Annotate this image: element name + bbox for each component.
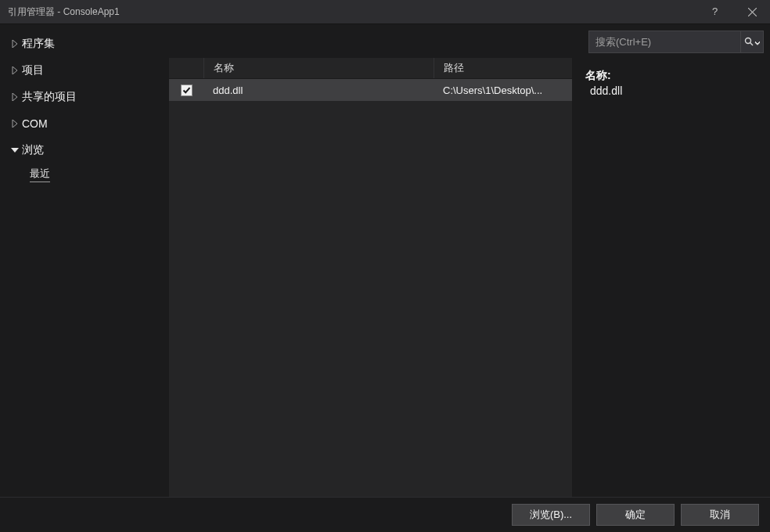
sidebar-item-shared-projects[interactable]: 共享的项目: [0, 84, 169, 110]
search-icon: [744, 37, 760, 48]
chevron-right-icon: [8, 93, 22, 101]
close-button[interactable]: [734, 0, 770, 23]
list-row[interactable]: ddd.dll C:\Users\1\Desktop\...: [169, 79, 572, 101]
titlebar: 引用管理器 - ConsoleApp1 ?: [0, 0, 770, 24]
row-name: ddd.dll: [203, 84, 434, 96]
column-header-check[interactable]: [169, 58, 204, 78]
svg-text:?: ?: [712, 6, 718, 17]
sidebar-item-com[interactable]: COM: [0, 110, 169, 137]
sidebar-item-label: 程序集: [22, 37, 55, 51]
chevron-down-icon: [8, 147, 22, 153]
row-checkbox-cell: [169, 84, 203, 96]
sidebar-item-projects[interactable]: 项目: [0, 57, 169, 84]
sidebar-item-label: 浏览: [22, 143, 44, 157]
window-title: 引用管理器 - ConsoleApp1: [0, 5, 698, 19]
chevron-right-icon: [8, 40, 22, 48]
row-path: C:\Users\1\Desktop\...: [434, 84, 572, 96]
sidebar-item-label: 共享的项目: [22, 90, 77, 104]
sidebar-subitem-recent[interactable]: 最近: [30, 164, 169, 185]
sidebar-item-label: 项目: [22, 63, 44, 77]
row-checkbox[interactable]: [181, 84, 192, 96]
column-header-name[interactable]: 名称: [204, 58, 434, 78]
check-icon: [182, 86, 191, 95]
detail-name-value: ddd.dll: [585, 84, 757, 97]
sidebar-item-browse[interactable]: 浏览: [0, 137, 169, 164]
dialog-footer: 浏览(B)... 确定 取消: [0, 497, 770, 532]
search-box: [588, 31, 764, 53]
help-button[interactable]: ?: [698, 0, 734, 23]
search-button[interactable]: [740, 31, 763, 52]
cancel-button[interactable]: 取消: [681, 504, 759, 526]
svg-point-3: [746, 38, 751, 43]
sidebar-subitem-label: 最近: [30, 167, 50, 182]
sidebar: 程序集 项目 共享的项目 COM 浏览 最近: [0, 24, 169, 497]
column-header-path[interactable]: 路径: [434, 58, 572, 78]
detail-name-label: 名称:: [585, 69, 757, 83]
svg-line-4: [750, 42, 753, 45]
ok-button[interactable]: 确定: [596, 504, 675, 526]
list-header: 名称 路径: [169, 58, 572, 79]
sidebar-item-label: COM: [22, 117, 48, 130]
chevron-right-icon: [8, 66, 22, 74]
search-input[interactable]: [589, 36, 740, 48]
search-row: [169, 24, 770, 58]
chevron-right-icon: [8, 120, 22, 128]
browse-button[interactable]: 浏览(B)...: [512, 504, 590, 526]
sidebar-item-assemblies[interactable]: 程序集: [0, 31, 169, 57]
detail-pane: 名称: ddd.dll: [573, 58, 770, 497]
reference-list: 名称 路径 ddd.dll C:\Users\1\Desktop\...: [169, 58, 573, 497]
